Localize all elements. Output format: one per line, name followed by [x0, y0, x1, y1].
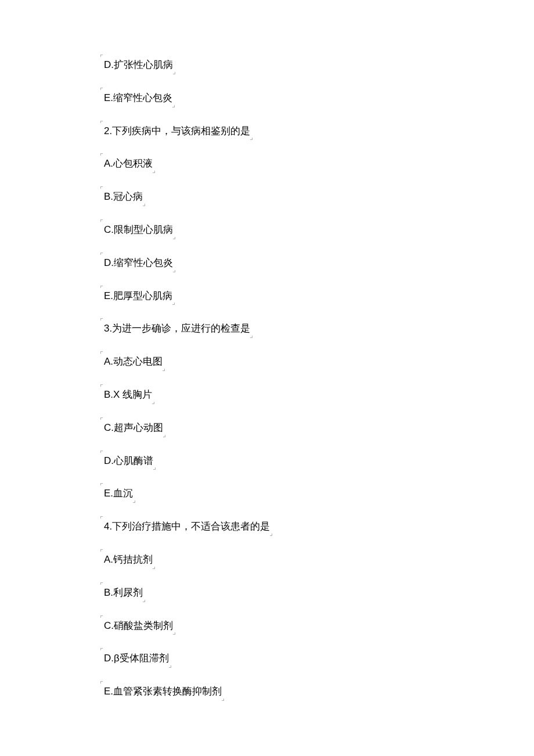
text-line: A.心包积液 — [104, 157, 153, 171]
text-line: E.血管紧张素转换酶抑制剂 — [104, 685, 222, 699]
text-line: D.扩张性心肌病 — [104, 58, 173, 72]
text-line: B.冠心病 — [104, 190, 143, 204]
text-line: A.钙拮抗剂 — [104, 553, 153, 567]
corner-mark-icon — [172, 303, 175, 305]
corner-mark-icon — [100, 186, 103, 189]
text-line: 2.下列疾病中，与该病相鉴别的是 — [104, 124, 250, 138]
corner-mark-icon — [173, 632, 175, 635]
corner-mark-icon — [133, 501, 135, 503]
text-line: E.血沉 — [104, 487, 133, 501]
corner-mark-icon — [100, 615, 103, 618]
corner-mark-icon — [100, 219, 103, 222]
text-line: E.肥厚型心肌病 — [104, 289, 172, 303]
text-line: B.X 线胸片 — [104, 388, 152, 402]
text-line: C.限制型心肌病 — [104, 223, 173, 237]
corner-mark-icon — [163, 369, 165, 371]
corner-mark-icon — [270, 534, 272, 536]
corner-mark-icon — [153, 467, 156, 470]
corner-mark-icon — [100, 549, 103, 552]
corner-mark-icon — [100, 384, 103, 387]
corner-mark-icon — [152, 402, 154, 404]
text-line: 3.为进一步确诊，应进行的检查是 — [104, 322, 250, 336]
corner-mark-icon — [100, 286, 103, 288]
text-line: C.超声心动图 — [104, 421, 163, 435]
corner-mark-icon — [100, 451, 103, 453]
text-line: B.利尿剂 — [104, 586, 143, 600]
corner-mark-icon — [100, 253, 103, 255]
corner-mark-icon — [100, 153, 103, 156]
corner-mark-icon — [100, 417, 103, 420]
text-line: C.硝酸盐类制剂 — [104, 619, 173, 633]
text-line: D.心肌酶谱 — [104, 454, 153, 468]
text-line: D.β受体阻滞剂 — [104, 651, 169, 665]
corner-mark-icon — [222, 699, 224, 701]
corner-mark-icon — [143, 600, 145, 602]
corner-mark-icon — [250, 138, 252, 140]
corner-mark-icon — [153, 567, 155, 569]
corner-mark-icon — [153, 171, 155, 173]
corner-mark-icon — [100, 516, 103, 519]
text-line: 4.下列治疗措施中，不适合该患者的是 — [104, 520, 270, 534]
corner-mark-icon — [169, 665, 171, 668]
corner-mark-icon — [100, 582, 103, 585]
corner-mark-icon — [100, 121, 103, 123]
corner-mark-icon — [173, 237, 175, 239]
corner-mark-icon — [100, 483, 103, 485]
corner-mark-icon — [143, 204, 145, 206]
corner-mark-icon — [100, 55, 103, 57]
corner-mark-icon — [100, 648, 103, 650]
text-line: E.缩窄性心包炎 — [104, 91, 172, 105]
corner-mark-icon — [172, 105, 175, 107]
corner-mark-icon — [100, 318, 103, 321]
corner-mark-icon — [163, 435, 165, 437]
document-content: D.扩张性心肌病 E.缩窄性心包炎 2.下列疾病中，与该病相鉴别的是 A.心包积… — [104, 58, 534, 718]
corner-mark-icon — [100, 88, 103, 90]
corner-mark-icon — [173, 270, 175, 272]
text-line: D.缩窄性心包炎 — [104, 256, 173, 270]
corner-mark-icon — [250, 336, 252, 338]
corner-mark-icon — [100, 351, 103, 354]
text-line: A.动态心电图 — [104, 355, 163, 369]
corner-mark-icon — [100, 681, 103, 683]
corner-mark-icon — [173, 72, 175, 74]
